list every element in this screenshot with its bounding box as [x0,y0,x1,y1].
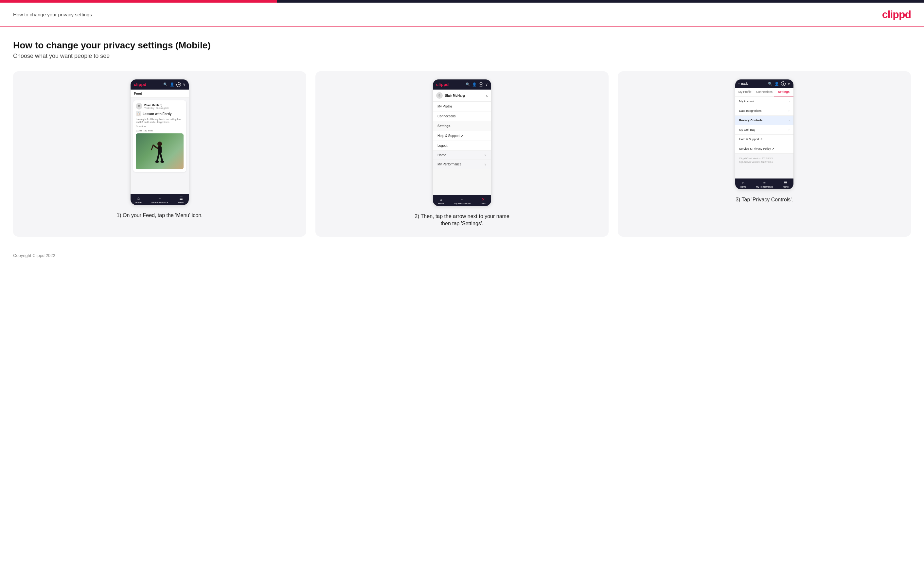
top-accent-bar [0,0,924,3]
back-label: Back [741,82,748,85]
menu-item-myprofile: My Profile [433,102,491,111]
steps-container: clippd 🔍 👤 ⊕ ∨ Feed B [13,71,911,237]
lesson-title: Lesson with Fordy [143,112,171,116]
menu-label-2: Menu [480,202,486,205]
mygolfbag-label: My Golf Bag [739,128,756,131]
avatar-2: B [436,92,443,99]
svg-point-0 [157,142,162,146]
menu-item-settings: Settings [433,121,491,131]
performance-icon-3: ≈ [763,181,766,185]
lesson-icon: 📋 [136,111,141,116]
phone-bottom-nav-2: ⌂ Home ≈ My Performance ✕ Menu [433,195,491,206]
post-date: Yesterday · Sunningdale [144,107,169,109]
search-icon-3: 🔍 [768,82,772,86]
settings-icon-2: ⊕ [479,82,483,87]
svg-line-3 [152,145,153,150]
logo: clippd [882,8,911,21]
user-icon: 👤 [170,82,174,87]
phone-icons-1: 🔍 👤 ⊕ ∨ [163,82,186,87]
tab-settings: Settings [774,88,793,97]
lesson-desc: Looking to feel like my hands are exitin… [136,118,184,124]
home-label: Home [136,201,142,204]
chevron-icon-3: ∨ [788,82,790,86]
golf-image [136,134,184,169]
background-blur [433,169,491,195]
search-icon: 🔍 [163,82,168,87]
step-2-phone: clippd 🔍 👤 ⊕ ∨ B Blair McHarg [433,79,491,206]
svg-point-6 [155,161,159,163]
myaccount-chevron: › [788,100,790,103]
settings-item-mygolfbag: My Golf Bag › [735,125,793,135]
home-label-3: Home [740,186,746,188]
chevron-icon-2: ∨ [485,82,488,87]
feed-tab: Feed [131,90,189,98]
lesson-duration-value: 01 hr : 30 min [136,129,184,132]
search-icon-2: 🔍 [465,82,470,87]
chevron-up-icon: ∧ [486,94,488,97]
section-home: Home ∨ [433,151,491,160]
step-2-card: clippd 🔍 👤 ⊕ ∨ B Blair McHarg [315,71,609,237]
user-icon-2: 👤 [472,82,477,87]
avatar: B [136,103,142,110]
settings-item-serviceprivacy: Service & Privacy Policy ↗ [735,144,793,154]
version-line1: Clippd Client Version: 2022.8.3-3 [739,157,790,161]
nav-menu-2: ✕ Menu [480,197,486,205]
step-3-phone: < Back 🔍 👤 ⊕ ∨ My Profile Connections Se… [735,79,794,190]
phone-bottom-nav-3: ⌂ Home ≈ My Performance ☰ Menu [735,179,793,189]
post-meta: Blair McHarg Yesterday · Sunningdale [144,104,169,109]
phone-header-1: clippd 🔍 👤 ⊕ ∨ [131,79,189,90]
step-1-card: clippd 🔍 👤 ⊕ ∨ Feed B [13,71,306,237]
dropdown-username: Blair McHarg [445,94,465,97]
phone-body-1: Feed B Blair McHarg Yesterday · Sunningd… [131,90,189,194]
nav-home-2: ⌂ Home [438,197,444,205]
performance-icon: ≈ [159,196,161,201]
menu-icon-3: ☰ [784,181,788,185]
settings-icon-3: ⊕ [781,81,786,86]
nav-performance-2: ≈ My Performance [454,197,470,205]
close-icon: ✕ [481,197,485,202]
home-icon-3: ⌂ [742,181,745,185]
home-icon: ⌂ [137,196,140,201]
back-button: < Back [738,82,748,85]
menu-label-3: Menu [783,186,788,188]
tab-connections: Connections [754,88,774,97]
step-3-card: < Back 🔍 👤 ⊕ ∨ My Profile Connections Se… [618,71,911,237]
step-2-desc: 2) Then, tap the arrow next to your name… [413,213,511,227]
feed-post: B Blair McHarg Yesterday · Sunningdale 📋… [133,100,186,172]
back-arrow-icon: < [738,82,740,85]
footer: Copyright Clippd 2022 [0,247,924,268]
chevron-icon: ∨ [183,82,186,87]
svg-rect-1 [158,146,162,153]
nav-performance-3: ≈ My Performance [756,181,773,188]
breadcrumb: How to change your privacy settings [13,12,92,17]
phone-header-2: clippd 🔍 👤 ⊕ ∨ [433,79,491,90]
menu-icon: ☰ [179,196,183,201]
phone-logo-2: clippd [436,82,449,87]
phone-bottom-nav-1: ⌂ Home ≈ My Performance ☰ Menu [131,194,189,205]
dropdown-user: B Blair McHarg [436,92,465,99]
copyright: Copyright Clippd 2022 [13,253,55,258]
section-home-chevron: ∨ [484,154,486,157]
svg-line-4 [157,153,159,161]
post-header: B Blair McHarg Yesterday · Sunningdale [136,103,184,110]
settings-tabs: My Profile Connections Settings [735,88,793,97]
dropdown-header: B Blair McHarg ∧ [433,90,491,102]
menu-item-logout: Logout [433,141,491,151]
version-line2: SQL Server Version: 2022.7.30-1 [739,161,790,164]
page-title: How to change your privacy settings (Mob… [13,40,911,51]
section-performance-label: My Performance [438,163,461,166]
settings-back-bar: < Back 🔍 👤 ⊕ ∨ [735,79,793,88]
helpsupport-label: Help & Support ↗ [739,138,763,141]
myaccount-label: My Account [739,100,754,103]
privacycontrols-label: Privacy Controls [739,119,763,122]
performance-label-2: My Performance [454,202,470,205]
menu-item-help: Help & Support ↗ [433,131,491,141]
phone-body-2: B Blair McHarg ∧ My Profile Connections … [433,90,491,195]
performance-label-3: My Performance [756,186,773,188]
menu-item-connections: Connections [433,111,491,121]
privacycontrols-chevron: › [788,119,790,122]
phone-body-3: My Account › Data Integrations › Privacy… [735,97,793,179]
settings-item-privacycontrols: Privacy Controls › [735,116,793,125]
step-1-phone: clippd 🔍 👤 ⊕ ∨ Feed B [130,79,189,205]
phone-logo-1: clippd [134,82,146,87]
